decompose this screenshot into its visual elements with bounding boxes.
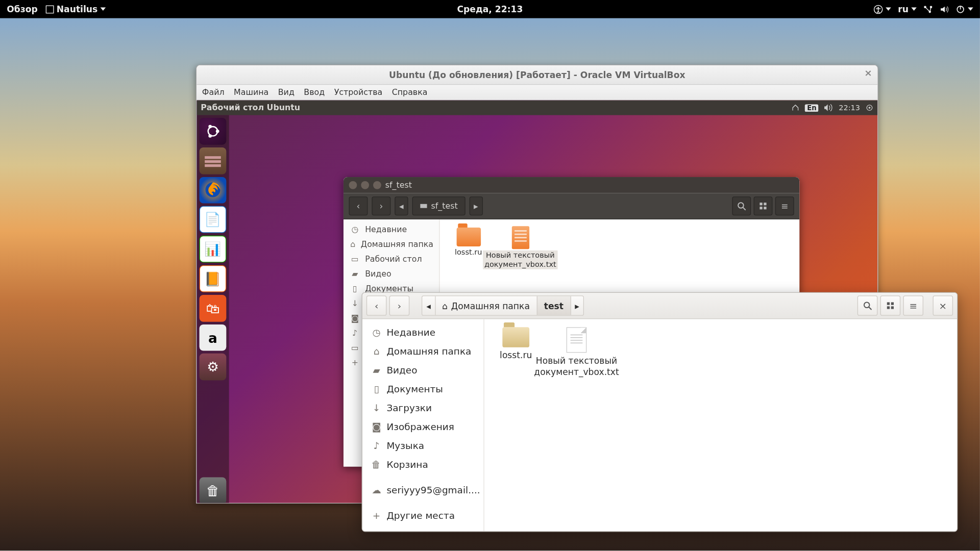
trash-launcher-icon[interactable]: 🗑 xyxy=(200,478,227,504)
breadcrumb-current[interactable]: test xyxy=(537,296,571,315)
music-icon: ♪ xyxy=(372,440,381,451)
sidebar-item-downloads[interactable]: ↓Загрузки xyxy=(362,398,484,417)
power-menu[interactable] xyxy=(955,5,973,14)
clock-icon: ◷ xyxy=(350,225,359,234)
sidebar-item-label: Домашняя папка xyxy=(361,240,433,249)
activities-button[interactable]: Обзор xyxy=(7,4,38,14)
back-button[interactable]: ‹ xyxy=(366,295,387,316)
svg-point-11 xyxy=(208,134,212,138)
svg-rect-16 xyxy=(420,204,427,208)
vm-title-text: Ubuntu (До обновления) [Работает] - Orac… xyxy=(389,70,685,80)
breadcrumb-home[interactable]: ⌂ Домашняя папка xyxy=(435,296,537,315)
keyboard-layout[interactable]: ru xyxy=(898,4,917,14)
sidebar-item-pictures[interactable]: ◙Изображения xyxy=(362,417,484,436)
search-button[interactable] xyxy=(857,295,878,316)
software-launcher-icon[interactable]: 🛍 xyxy=(200,295,227,322)
sidebar-item-trash[interactable]: 🗑Корзина xyxy=(362,455,484,474)
sidebar-item-music[interactable]: ♪Музыка xyxy=(362,436,484,455)
network-indicator-icon[interactable] xyxy=(792,104,800,112)
hamburger-menu-button[interactable]: ≡ xyxy=(775,196,794,215)
app-menu-label: Nautilus xyxy=(57,4,98,14)
path-segment[interactable]: sf_test xyxy=(412,196,465,215)
settings-launcher-icon[interactable]: ⚙ xyxy=(200,354,227,381)
accessibility-menu[interactable] xyxy=(874,5,891,14)
menu-view[interactable]: Вид xyxy=(278,88,295,97)
files-launcher-icon[interactable] xyxy=(200,147,227,174)
chevron-down-icon xyxy=(886,8,892,11)
clock[interactable]: Среда, 22:13 xyxy=(457,4,523,14)
maximize-icon[interactable] xyxy=(373,181,381,189)
sidebar-item-label: Документы xyxy=(386,384,443,394)
file-name: losst.ru xyxy=(500,350,532,361)
path-chevron-left-icon[interactable]: ◂ xyxy=(422,296,435,315)
forward-button[interactable]: › xyxy=(389,295,410,316)
folder-icon xyxy=(456,228,481,246)
image-icon: ◙ xyxy=(372,421,381,432)
guest-nautilus-titlebar[interactable]: sf_test xyxy=(344,177,799,193)
close-icon[interactable] xyxy=(349,181,357,189)
impress-launcher-icon[interactable]: 📙 xyxy=(200,265,227,292)
music-icon: ♪ xyxy=(350,329,359,338)
breadcrumb: ◂ ⌂ Домашняя папка test ▸ xyxy=(422,295,584,316)
path-chevron-right-icon[interactable]: ▸ xyxy=(571,296,583,315)
svg-rect-19 xyxy=(764,203,766,205)
volume-indicator-icon[interactable] xyxy=(824,104,833,112)
writer-launcher-icon[interactable]: 📄 xyxy=(200,206,227,233)
menu-devices[interactable]: Устройства xyxy=(334,88,383,97)
close-button[interactable]: × xyxy=(933,295,953,316)
plus-icon: + xyxy=(372,510,381,521)
menu-machine[interactable]: Машина xyxy=(234,88,268,97)
unity-launcher: 📄 📊 📙 🛍 a ⚙ 🗑 xyxy=(197,115,229,504)
app-menu[interactable]: Nautilus xyxy=(46,4,106,14)
menu-file[interactable]: Файл xyxy=(202,88,225,97)
host-nautilus-headerbar[interactable]: ‹ › ◂ ⌂ Домашняя папка test ▸ ≡ × xyxy=(362,293,957,319)
back-button[interactable]: ‹ xyxy=(349,196,368,215)
minimize-icon[interactable] xyxy=(361,181,369,189)
guest-nautilus-toolbar: ‹ › ◂ sf_test ▸ ≡ xyxy=(344,193,799,219)
keyboard-indicator[interactable]: En xyxy=(805,104,818,112)
menu-input[interactable]: Ввод xyxy=(304,88,325,97)
drive-icon xyxy=(420,202,428,210)
vm-titlebar[interactable]: Ubuntu (До обновления) [Работает] - Orac… xyxy=(197,65,877,85)
sidebar-item-videos[interactable]: ▰Видео xyxy=(344,267,439,282)
file-item-folder[interactable]: losst.ru xyxy=(493,327,540,361)
file-item-text[interactable]: Новый текстовый документ_vbox.txt xyxy=(553,327,600,378)
dash-icon[interactable] xyxy=(200,118,227,145)
close-icon[interactable]: × xyxy=(864,67,872,78)
breadcrumb-label: test xyxy=(544,300,564,311)
firefox-launcher-icon[interactable] xyxy=(200,177,227,204)
home-icon: ⌂ xyxy=(442,300,448,311)
sidebar-item-label: Музыка xyxy=(386,440,424,451)
hamburger-menu-button[interactable]: ≡ xyxy=(903,295,923,316)
desktop-icon: ▭ xyxy=(350,255,359,264)
sidebar-item-recent[interactable]: ◷Недавние xyxy=(344,222,439,237)
amazon-launcher-icon[interactable]: a xyxy=(200,324,227,352)
grid-view-button[interactable] xyxy=(754,196,773,215)
svg-rect-23 xyxy=(887,302,890,305)
sidebar-item-documents[interactable]: ▯Документы xyxy=(362,380,484,398)
svg-point-17 xyxy=(738,203,744,208)
menu-help[interactable]: Справка xyxy=(392,88,428,97)
host-nautilus-files[interactable]: losst.ru Новый текстовый документ_vbox.t… xyxy=(484,319,957,532)
unity-clock[interactable]: 22:13 xyxy=(839,104,860,112)
grid-view-button[interactable] xyxy=(880,295,901,316)
sidebar-item-label: Рабочий стол xyxy=(365,255,422,264)
sidebar-item-desktop[interactable]: ▭Рабочий стол xyxy=(344,252,439,266)
sidebar-item-label: Изображения xyxy=(386,421,454,432)
gear-icon[interactable] xyxy=(866,104,874,112)
sidebar-item-videos[interactable]: ▰Видео xyxy=(362,361,484,380)
video-icon: ▰ xyxy=(350,269,359,279)
volume-icon[interactable] xyxy=(940,5,949,14)
file-item-text[interactable]: Новый текстовый документ_vbox.txt xyxy=(498,226,542,269)
calc-launcher-icon[interactable]: 📊 xyxy=(200,236,227,263)
sidebar-item-account[interactable]: ☁seriyyy95@gmail.... xyxy=(362,481,484,499)
sidebar-item-home[interactable]: ⌂Домашняя папка xyxy=(362,342,484,361)
sidebar-item-recent[interactable]: ◷Недавние xyxy=(362,323,484,342)
network-icon[interactable] xyxy=(923,5,933,14)
sidebar-item-home[interactable]: ⌂Домашняя папка xyxy=(344,237,439,252)
path-chevron-left-icon[interactable]: ◂ xyxy=(395,196,408,215)
path-chevron-right-icon[interactable]: ▸ xyxy=(469,196,482,215)
sidebar-item-other-places[interactable]: +Другие места xyxy=(362,506,484,525)
forward-button[interactable]: › xyxy=(372,196,390,215)
search-button[interactable] xyxy=(732,196,751,215)
